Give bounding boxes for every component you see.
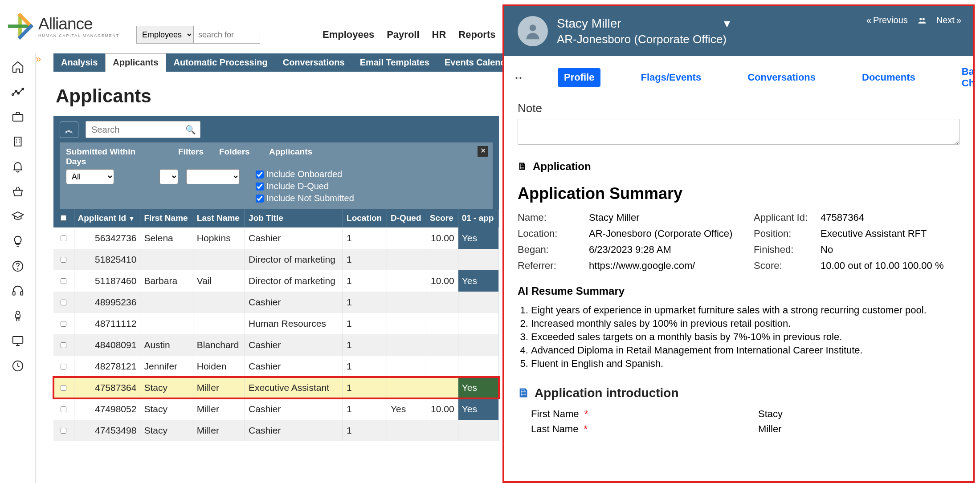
name-dropdown-icon[interactable]: ▾ xyxy=(724,16,730,31)
basket-icon[interactable] xyxy=(10,183,26,199)
ai-item: Eight years of experience in upmarket fu… xyxy=(531,304,960,316)
file-icon: 🗎 xyxy=(518,386,530,400)
sidebar-rail xyxy=(0,53,36,483)
col-dqued[interactable]: D-Qued xyxy=(387,209,426,227)
table-row[interactable]: 51187460BarbaraVailDirector of marketing… xyxy=(53,270,499,292)
svg-point-25 xyxy=(923,18,925,20)
previous-button[interactable]: « Previous xyxy=(866,15,908,25)
collapse-filters-button[interactable]: ︽ xyxy=(60,122,78,138)
monitor-icon[interactable] xyxy=(10,333,26,349)
svg-rect-21 xyxy=(12,337,23,343)
col-app[interactable]: 01 - app xyxy=(458,209,498,227)
briefcase-icon[interactable] xyxy=(10,109,26,125)
detail-tabs: ↔ Profile Flags/Events Conversations Doc… xyxy=(504,56,973,99)
next-button[interactable]: Next » xyxy=(936,15,961,25)
include-not-submitted-checkbox[interactable]: Include Not Submitted xyxy=(256,193,354,203)
row-checkbox[interactable] xyxy=(61,364,66,369)
row-checkbox[interactable] xyxy=(61,235,66,241)
headset-icon[interactable] xyxy=(10,283,26,299)
group-icon[interactable] xyxy=(917,16,927,25)
col-score[interactable]: Score xyxy=(426,209,458,227)
intro-field-row: First Name *Stacy xyxy=(531,408,960,420)
avatar xyxy=(518,16,548,46)
logo: Alliance HUMAN CAPITAL MANAGEMENT xyxy=(6,12,119,40)
analytics-icon[interactable] xyxy=(10,84,26,100)
nav-payroll[interactable]: Payroll xyxy=(387,29,419,41)
tab-email-templates[interactable]: Email Templates xyxy=(352,53,437,72)
row-checkbox[interactable] xyxy=(61,257,66,263)
home-icon[interactable] xyxy=(10,59,26,75)
table-row[interactable]: 48278121JenniferHoidenCashier1 xyxy=(53,356,499,377)
detail-tab-conversations[interactable]: Conversations xyxy=(741,68,822,87)
close-filter-button[interactable]: ✕ xyxy=(478,146,488,157)
detail-tab-flags[interactable]: Flags/Events xyxy=(634,68,707,87)
ai-summary-list: Eight years of experience in upmarket fu… xyxy=(531,304,960,369)
note-textarea[interactable] xyxy=(518,119,960,145)
row-checkbox[interactable] xyxy=(61,428,66,434)
col-applicant-id[interactable]: Applicant Id ▼ xyxy=(74,209,140,227)
table-row[interactable]: 47587364StacyMillerExecutive Assistant1Y… xyxy=(53,377,499,398)
col-job-title[interactable]: Job Title xyxy=(245,209,343,227)
nav-reports[interactable]: Reports xyxy=(458,29,495,41)
row-checkbox[interactable] xyxy=(61,300,66,305)
filter-label-applicants: Applicants xyxy=(269,147,312,166)
nav-hr[interactable]: HR xyxy=(432,29,446,41)
include-onboarded-checkbox[interactable]: Include Onboarded xyxy=(256,169,354,179)
svg-point-17 xyxy=(17,269,18,269)
table-row[interactable]: 48408091AustinBlanchardCashier1 xyxy=(53,334,499,356)
nav-employees[interactable]: Employees xyxy=(323,29,374,41)
filters-select[interactable] xyxy=(159,169,178,184)
bell-icon[interactable] xyxy=(10,158,26,175)
education-icon[interactable] xyxy=(10,208,26,224)
filter-label-filters: Filters xyxy=(178,147,196,166)
row-checkbox[interactable] xyxy=(61,342,66,348)
brand-sub: HUMAN CAPITAL MANAGEMENT xyxy=(38,33,119,38)
submitted-days-select[interactable]: All xyxy=(66,169,114,184)
detail-tab-documents[interactable]: Documents xyxy=(856,68,922,87)
row-checkbox[interactable] xyxy=(61,278,66,284)
ai-summary-title: AI Resume Summary xyxy=(518,285,960,297)
table-row[interactable]: 56342736SelenaHopkinsCashier110.00Yes xyxy=(53,227,499,249)
col-location[interactable]: Location xyxy=(343,209,387,227)
building-icon[interactable] xyxy=(10,134,26,150)
ai-item: Exceeded sales targets on a monthly basi… xyxy=(531,331,960,343)
col-check[interactable] xyxy=(53,209,74,227)
global-search-input[interactable] xyxy=(193,26,260,44)
clock-icon[interactable] xyxy=(10,358,26,374)
person-icon[interactable] xyxy=(10,308,26,324)
intro-field-row: Last Name *Miller xyxy=(531,423,960,435)
svg-point-20 xyxy=(16,311,20,315)
tab-analysis[interactable]: Analysis xyxy=(53,53,105,72)
filter-panel: ︽ 🔍 ✕ Submitted Within Days Filters Fold… xyxy=(53,116,499,217)
applicant-search-input[interactable] xyxy=(86,121,200,138)
table-row[interactable]: 48711112Human Resources1 xyxy=(53,313,499,334)
tab-conversations[interactable]: Conversations xyxy=(275,53,352,72)
filter-label-submitted: Submitted Within Days xyxy=(66,147,155,166)
application-section-title: Application xyxy=(533,160,591,173)
table-row[interactable]: 47453498StacyMillerCashier1 xyxy=(53,420,499,441)
row-checkbox[interactable] xyxy=(61,385,66,391)
row-checkbox[interactable] xyxy=(61,321,66,327)
row-checkbox[interactable] xyxy=(61,406,66,412)
table-header-row: Applicant Id ▼ First Name Last Name Job … xyxy=(53,209,499,227)
table-row[interactable]: 47498052StacyMillerCashier1Yes10.00Yes xyxy=(53,398,499,420)
tabs-resize-icon[interactable]: ↔ xyxy=(513,71,524,84)
svg-point-24 xyxy=(919,18,922,20)
col-last-name[interactable]: Last Name xyxy=(193,209,245,227)
detail-tab-profile[interactable]: Profile xyxy=(558,68,600,87)
table-row[interactable]: 51825410Director of marketing1 xyxy=(53,249,499,270)
detail-tab-background[interactable]: Background Check xyxy=(956,62,975,93)
include-dqued-checkbox[interactable]: Include D-Qued xyxy=(256,181,354,191)
rail-expand-icon[interactable]: » xyxy=(36,53,41,65)
note-label: Note xyxy=(518,101,960,115)
ai-item: Increased monthly sales by 100% in previ… xyxy=(531,318,960,329)
tab-automatic-processing[interactable]: Automatic Processing xyxy=(166,53,275,72)
scope-select[interactable]: Employees xyxy=(136,26,193,44)
folders-select[interactable] xyxy=(186,169,240,184)
lightbulb-icon[interactable] xyxy=(10,233,26,249)
col-first-name[interactable]: First Name xyxy=(140,209,193,227)
help-icon[interactable] xyxy=(10,258,26,274)
tab-applicants[interactable]: Applicants xyxy=(105,53,166,72)
table-row[interactable]: 48995236Cashier1 xyxy=(53,292,499,313)
detail-name: Stacy Miller xyxy=(557,16,621,31)
